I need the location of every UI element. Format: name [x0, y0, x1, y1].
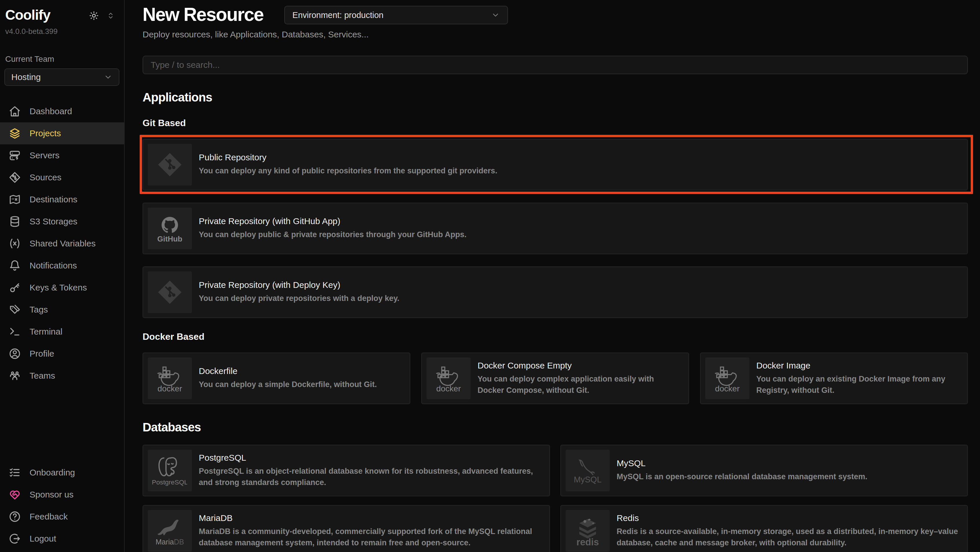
sidebar-item-label: Destinations — [30, 195, 77, 204]
environment-select[interactable]: Environment: production — [284, 6, 508, 24]
sidebar-item-teams[interactable]: Teams — [0, 365, 124, 387]
card-title: Private Repository (with GitHub App) — [199, 216, 466, 226]
page-header: New Resource Environment: production — [143, 5, 968, 24]
databases-heading: Databases — [143, 420, 968, 434]
environment-select-value: Environment: production — [293, 10, 383, 20]
sidebar-item-label: Teams — [30, 371, 55, 381]
svg-text:docker: docker — [715, 384, 740, 393]
sidebar-item-terminal[interactable]: Terminal — [0, 321, 124, 343]
home-icon — [9, 105, 21, 117]
resource-card-private-repository-with-deploy-key-[interactable]: Private Repository (with Deploy Key)You … — [143, 266, 968, 318]
checklist-icon — [9, 466, 21, 479]
brand-row: Coolify — [0, 8, 124, 23]
card-title: MariaDB — [199, 513, 542, 523]
svg-text:MariaDB: MariaDB — [156, 538, 184, 546]
sidebar-item-label: Notifications — [30, 261, 77, 271]
resource-card-dockerfile[interactable]: dockerDockerfileYou can deploy a simple … — [143, 353, 410, 404]
sidebar-item-label: Servers — [30, 150, 59, 160]
card-title: PostgreSQL — [199, 453, 542, 463]
database-icon — [9, 215, 21, 228]
sidebar-nav: DashboardProjectsServersSourcesDestinati… — [0, 100, 124, 387]
card-description: PostgreSQL is an object-relational datab… — [199, 466, 542, 488]
card-text: DockerfileYou can deploy a simple Docker… — [199, 366, 377, 390]
users-icon — [9, 370, 21, 382]
resource-card-public-repository[interactable]: Public RepositoryYou can deploy any kind… — [143, 139, 968, 190]
sidebar-item-dashboard[interactable]: Dashboard — [0, 100, 124, 122]
sidebar-item-servers[interactable]: Servers — [0, 144, 124, 166]
resource-card-mysql[interactable]: MySQLMySQLMySQL is an open-source relati… — [560, 445, 968, 496]
svg-text:redis: redis — [576, 537, 599, 547]
card-text: Docker ImageYou can deploy an existing D… — [756, 361, 960, 396]
search-input[interactable] — [143, 56, 968, 74]
resource-card-docker-compose-empty[interactable]: dockerDocker Compose EmptyYou can deploy… — [421, 353, 689, 404]
sidebar-item-sponsor-us[interactable]: Sponsor us — [0, 483, 124, 506]
sidebar-item-notifications[interactable]: Notifications — [0, 255, 124, 277]
sidebar-item-label: Dashboard — [30, 106, 72, 116]
variables-icon — [9, 238, 21, 250]
svg-text:PostgreSQL: PostgreSQL — [153, 479, 187, 486]
docker-based-heading: Docker Based — [143, 331, 968, 342]
card-description: MariaDB is a community-developed, commer… — [199, 526, 542, 549]
resource-card-postgresql[interactable]: PostgreSQLPostgreSQLPostgreSQL is an obj… — [143, 445, 550, 496]
card-description: You can deploy a simple Dockerfile, with… — [199, 379, 377, 390]
terminal-icon — [9, 325, 21, 338]
sidebar-item-sources[interactable]: Sources — [0, 166, 124, 188]
svg-text:docker: docker — [436, 384, 461, 393]
redis-logo: redis — [566, 510, 610, 552]
chevron-down-icon — [491, 11, 500, 19]
team-select-value: Hosting — [11, 72, 41, 82]
resource-card-private-repository-with-github-app-[interactable]: GitHubPrivate Repository (with GitHub Ap… — [143, 203, 968, 254]
chevron-down-icon — [104, 73, 113, 81]
card-text: PostgreSQLPostgreSQL is an object-relati… — [199, 453, 542, 488]
sidebar-item-s3-storages[interactable]: S3 Storages — [0, 211, 124, 233]
svg-text:docker: docker — [158, 384, 182, 393]
app-version: v4.0.0-beta.399 — [0, 27, 124, 36]
sidebar-item-projects[interactable]: Projects — [0, 122, 124, 144]
sidebar-item-label: S3 Storages — [30, 217, 77, 227]
sidebar: Coolify v4.0.0-beta.399 Current Team Hos… — [0, 0, 125, 552]
updown-chevrons-icon[interactable] — [105, 10, 116, 21]
layers-icon — [9, 127, 21, 139]
card-text: RedisRedis is a source-available, in-mem… — [617, 513, 960, 549]
resource-card-mariadb[interactable]: MariaDBMariaDBMariaDB is a community-dev… — [143, 505, 550, 552]
sidebar-item-keys-tokens[interactable]: Keys & Tokens — [0, 277, 124, 298]
database-cards: PostgreSQLPostgreSQLPostgreSQL is an obj… — [143, 445, 968, 552]
git-diamond-icon — [9, 171, 21, 183]
sidebar-item-profile[interactable]: Profile — [0, 343, 124, 365]
card-description: You can deploy any kind of public reposi… — [199, 165, 497, 177]
svg-text:GitHub: GitHub — [158, 235, 183, 243]
tags-icon — [9, 303, 21, 316]
sidebar-item-feedback[interactable]: Feedback — [0, 506, 124, 528]
github-logo: GitHub — [148, 207, 192, 249]
sidebar-item-label: Feedback — [30, 512, 68, 522]
docker-logo: docker — [426, 357, 471, 399]
sidebar-item-label: Projects — [30, 128, 61, 138]
card-description: You can deploy an existing Docker Image … — [756, 373, 960, 396]
card-text: MySQLMySQL is an open-source relational … — [617, 458, 867, 482]
team-select[interactable]: Hosting — [4, 69, 119, 86]
resource-card-redis[interactable]: redisRedisRedis is a source-available, i… — [560, 505, 968, 552]
sun-icon[interactable] — [89, 10, 99, 21]
card-text: Docker Compose EmptyYou can deploy compl… — [477, 361, 681, 396]
card-text: Private Repository (with Deploy Key)You … — [199, 280, 399, 304]
sidebar-item-logout[interactable]: Logout — [0, 528, 124, 550]
applications-heading: Applications — [143, 91, 968, 104]
sidebar-item-onboarding[interactable]: Onboarding — [0, 461, 124, 483]
help-circle-icon — [9, 511, 21, 523]
sidebar-item-label: Keys & Tokens — [30, 283, 87, 292]
page-subtitle: Deploy resources, like Applications, Dat… — [143, 30, 968, 40]
bell-icon — [9, 260, 21, 272]
resource-card-docker-image[interactable]: dockerDocker ImageYou can deploy an exis… — [700, 353, 968, 404]
sidebar-item-label: Onboarding — [30, 467, 75, 477]
sidebar-item-tags[interactable]: Tags — [0, 298, 124, 321]
docker-based-cards: dockerDockerfileYou can deploy a simple … — [143, 353, 968, 404]
sidebar-item-shared-variables[interactable]: Shared Variables — [0, 233, 124, 255]
page-title: New Resource — [143, 5, 263, 24]
card-title: Dockerfile — [199, 366, 377, 376]
card-description: Redis is a source-available, in-memory s… — [617, 526, 960, 549]
sidebar-item-destinations[interactable]: Destinations — [0, 188, 124, 211]
card-description: You can deploy private repositories with… — [199, 293, 399, 304]
git-logo — [148, 271, 192, 313]
card-text: Private Repository (with GitHub App)You … — [199, 216, 466, 240]
card-title: Public Repository — [199, 153, 497, 162]
